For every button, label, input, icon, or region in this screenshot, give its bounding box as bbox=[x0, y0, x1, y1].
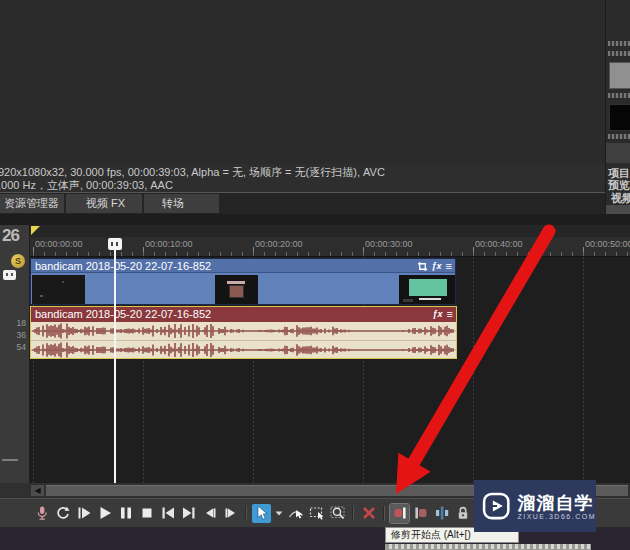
video-clip[interactable]: bandicam 2018-05-20 22-07-16-852 ƒx ≡ bbox=[30, 258, 456, 305]
delete-x-icon bbox=[360, 504, 378, 522]
trim-start-button[interactable] bbox=[390, 504, 409, 523]
ruler-label: 00:00:20:00 bbox=[255, 239, 303, 249]
loop-icon bbox=[54, 504, 72, 522]
status-icon[interactable]: S bbox=[11, 254, 25, 268]
play-logo-icon bbox=[482, 490, 510, 522]
video-fx-icon[interactable]: ƒx bbox=[432, 261, 442, 271]
video-editor-window: 项目: 预览: 视频 920x1080x32, 30.000 fps, 00:0… bbox=[0, 0, 630, 550]
cursor-icon bbox=[253, 504, 271, 522]
split-button[interactable] bbox=[432, 504, 451, 523]
watermark-subtitle: ZIXUE.3D66.COM bbox=[517, 513, 596, 520]
lock-button[interactable] bbox=[453, 504, 472, 523]
video-clip-header[interactable]: bandicam 2018-05-20 22-07-16-852 ƒx ≡ bbox=[31, 259, 455, 273]
waveform-left-channel bbox=[31, 322, 456, 340]
preview-panel-row bbox=[608, 93, 630, 98]
go-to-end-button[interactable] bbox=[179, 504, 198, 523]
marker-bar[interactable] bbox=[30, 225, 630, 237]
previous-frame-icon bbox=[201, 504, 219, 522]
record-button[interactable] bbox=[32, 504, 51, 523]
waveform-right-channel bbox=[31, 341, 456, 359]
chevron-down-icon bbox=[274, 504, 284, 522]
tab-explorer[interactable]: 资源管理器 bbox=[0, 194, 64, 213]
preview-panel-controls bbox=[608, 51, 630, 56]
ruler-label: 00:00:00:00 bbox=[35, 239, 83, 249]
play-icon bbox=[96, 504, 114, 522]
next-frame-button[interactable] bbox=[221, 504, 240, 523]
stop-icon bbox=[138, 504, 156, 522]
toolbar-separator bbox=[245, 506, 247, 521]
video-thumbnail-3 bbox=[399, 275, 455, 304]
pan-crop-icon[interactable] bbox=[417, 261, 428, 272]
db-scale-54: 54 bbox=[2, 342, 26, 352]
video-thumbnail-1 bbox=[32, 275, 85, 304]
pause-button[interactable] bbox=[116, 504, 135, 523]
go-to-start-icon bbox=[159, 504, 177, 522]
next-frame-icon bbox=[222, 504, 240, 522]
pause-icon bbox=[117, 504, 135, 522]
envelope-edit-tool-button[interactable] bbox=[286, 504, 305, 523]
audio-clip-header[interactable]: bandicam 2018-05-20 22-07-16-852 ƒx ≡ bbox=[31, 307, 456, 322]
dock-tab-bar: 资源管理器 视频 FX 转场 bbox=[0, 193, 605, 214]
preview-panel: 项目: 预览: 视频 bbox=[605, 0, 630, 225]
video-info-label: 视频 bbox=[611, 191, 630, 206]
clip-menu-icon[interactable]: ≡ bbox=[446, 260, 452, 272]
envelope-icon bbox=[287, 504, 305, 522]
track-header-column: 26 S 18 36 54 bbox=[0, 225, 30, 498]
preview-video-frame bbox=[609, 104, 630, 131]
db-scale-36: 36 bbox=[2, 330, 26, 340]
previous-frame-button[interactable] bbox=[200, 504, 219, 523]
audio-fx-icon[interactable]: ƒx bbox=[433, 309, 443, 319]
playhead-line[interactable] bbox=[114, 238, 116, 483]
mini-marker-icon[interactable] bbox=[3, 270, 16, 280]
trim-end-button[interactable] bbox=[411, 504, 430, 523]
divider-grip[interactable] bbox=[2, 459, 18, 461]
magnifier-icon bbox=[329, 504, 347, 522]
edit-tool-dropdown[interactable] bbox=[273, 504, 284, 523]
selection-edit-tool-button[interactable] bbox=[307, 504, 326, 523]
tooltip-second-line bbox=[385, 544, 591, 550]
timeline-panel: 00:00:00:0000:00:10:0000:00:20:0000:00:3… bbox=[0, 225, 630, 483]
playhead-marker[interactable] bbox=[108, 238, 122, 250]
play-from-start-icon bbox=[75, 504, 93, 522]
panel-divider bbox=[0, 214, 630, 225]
preview-panel-block bbox=[606, 143, 630, 163]
toolbar-separator bbox=[352, 506, 354, 521]
preview-panel-strip bbox=[606, 205, 630, 214]
go-to-end-icon bbox=[180, 504, 198, 522]
video-clip-title: bandicam 2018-05-20 22-07-16-852 bbox=[35, 260, 211, 272]
trim-start-icon bbox=[391, 504, 409, 522]
selection-icon bbox=[308, 504, 326, 522]
watermark-title: 溜溜自学 bbox=[517, 493, 596, 513]
time-counter: 26 bbox=[2, 226, 19, 246]
go-to-start-button[interactable] bbox=[158, 504, 177, 523]
watermark: 溜溜自学 ZIXUE.3D66.COM bbox=[474, 480, 596, 532]
tab-video-fx[interactable]: 视频 FX bbox=[66, 194, 142, 213]
zoom-edit-tool-button[interactable] bbox=[328, 504, 347, 523]
ruler-label: 00:00:10:00 bbox=[145, 239, 193, 249]
audio-clip[interactable]: bandicam 2018-05-20 22-07-16-852 ƒx ≡ bbox=[30, 306, 457, 359]
play-from-start-button[interactable] bbox=[74, 504, 93, 523]
microphone-icon bbox=[33, 504, 51, 522]
preview-thumbnail bbox=[609, 62, 630, 89]
media-properties-panel: 920x1080x32, 30.000 fps, 00:00:39:03, Al… bbox=[0, 164, 605, 193]
ruler-label: 00:00:50:00 bbox=[585, 239, 630, 249]
delete-button[interactable] bbox=[359, 504, 378, 523]
trim-end-icon bbox=[412, 504, 430, 522]
loop-playback-button[interactable] bbox=[53, 504, 72, 523]
lock-icon bbox=[454, 504, 472, 522]
clip-menu-icon[interactable]: ≡ bbox=[447, 308, 453, 320]
db-scale-18: 18 bbox=[2, 318, 26, 328]
normal-edit-tool-button[interactable] bbox=[252, 504, 271, 523]
stop-button[interactable] bbox=[137, 504, 156, 523]
preview-panel-row2 bbox=[608, 134, 630, 139]
tab-transitions[interactable]: 转场 bbox=[144, 194, 219, 213]
scroll-left-button[interactable]: ◀ bbox=[31, 485, 44, 496]
audio-stream-info: ,000 Hz，立体声, 00:00:39:03, AAC bbox=[0, 178, 605, 193]
ruler-label: 00:00:30:00 bbox=[365, 239, 413, 249]
ruler-label: 00:00:40:00 bbox=[475, 239, 523, 249]
split-icon bbox=[433, 504, 451, 522]
video-thumbnail-2 bbox=[215, 275, 258, 304]
toolbar-separator bbox=[383, 506, 385, 521]
loop-region-marker[interactable] bbox=[31, 226, 40, 235]
play-button[interactable] bbox=[95, 504, 114, 523]
